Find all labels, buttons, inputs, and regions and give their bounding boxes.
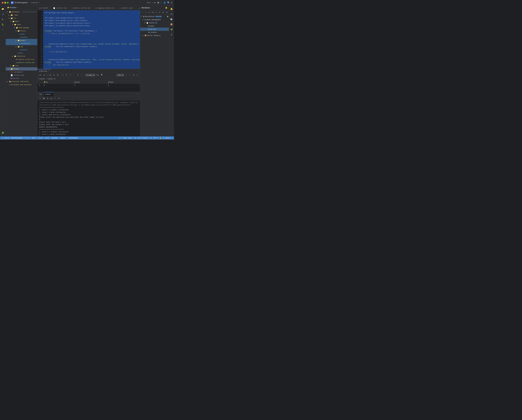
tree-item[interactable]: ▼📁sql <box>6 45 37 48</box>
terminal-icon[interactable]: m <box>169 32 174 37</box>
nav-last-btn[interactable]: ⏭ <box>56 73 59 77</box>
db-tree-item[interactable]: 🗃borrow <box>140 28 169 31</box>
bid-cell[interactable]: 2 <box>106 84 140 87</box>
tree-item[interactable]: ◇mybatis-config.xml <box>6 61 37 64</box>
tree-item[interactable]: ☕Student <box>6 36 37 39</box>
ddl-btn[interactable]: DDL <box>96 74 100 76</box>
terminal-stop-btn[interactable]: ⏹ <box>42 97 46 100</box>
tab-student[interactable]: 🗃student× <box>37 6 52 10</box>
tab-sqlutil[interactable]: ☕SqlUtil.java× <box>136 6 140 10</box>
plugins-icon[interactable]: 🧩 <box>0 131 5 135</box>
settings-icon[interactable]: ⚙ <box>171 1 172 4</box>
layout-icon[interactable]: ⊞ <box>132 73 135 77</box>
tree-item[interactable]: ☕Main <box>6 52 37 55</box>
close-icon[interactable]: × <box>48 70 49 72</box>
tab-logging[interactable]: ⚙logging.properties× <box>94 6 118 10</box>
tab-studentjava[interactable]: ☕Student.java× <box>118 6 136 10</box>
main-tab[interactable]: ▶ Main × <box>44 92 53 96</box>
tree-item[interactable]: ☕SqlUtil <box>6 48 37 52</box>
code-content[interactable]: ✓"kw">package book.manage.mapper;​"kw">i… <box>43 10 140 69</box>
tree-item[interactable]: ⚙logging.properties <box>6 58 37 61</box>
close-button[interactable] <box>2 2 3 4</box>
minimize-terminal-icon[interactable]: − <box>137 93 138 95</box>
db-tree-item[interactable]: ▼🗃book_management <box>140 18 169 21</box>
more-button[interactable]: ⋯ <box>161 1 162 4</box>
search-icon[interactable]: 🔍 <box>100 73 104 77</box>
db-settings-icon[interactable]: ⚙ <box>158 11 161 14</box>
download-btn[interactable]: ⬇ <box>124 73 128 77</box>
stop-button[interactable]: ⏹ <box>157 2 159 4</box>
gradle-icon[interactable]: 🐘 <box>169 17 174 22</box>
tree-item[interactable]: ▶📁test <box>6 64 37 67</box>
tabs-more-icon[interactable]: ⋯ <box>137 70 140 72</box>
db-localhost[interactable]: ▼🖥@localhost1 of 11 <box>140 15 169 18</box>
tree-item[interactable]: mpom.xml <box>6 77 37 80</box>
db-sync-btn[interactable]: ⇄ <box>148 11 151 14</box>
sid-cell[interactable]: 2 <box>72 84 106 87</box>
tree-item[interactable]: ✏Scratches and Consoles <box>6 83 37 86</box>
user-icon[interactable]: 👤 <box>163 1 166 4</box>
db-refresh-btn[interactable]: ↺ <box>144 11 147 14</box>
terminal-scroll-btn[interactable]: ⬇ <box>54 97 57 100</box>
tree-item[interactable]: ▶📁target <box>6 67 37 70</box>
more-icon[interactable]: ⋯ <box>136 93 137 95</box>
tab-mybatis[interactable]: ◇mybatis-config.xml× <box>70 6 94 10</box>
id-cell[interactable]: 3 <box>42 84 72 87</box>
db-tree-item[interactable]: ▼📋tables3 <box>140 21 169 24</box>
export-format[interactable]: CSV <box>116 74 124 76</box>
notifications-icon[interactable]: 🔔 <box>169 7 174 11</box>
terminal-content[interactable]: /Users/eve/Library/Java/JavaVirtualMachi… <box>37 100 140 136</box>
db-tree-item[interactable]: 🗃book <box>140 24 169 28</box>
db-tree-item[interactable]: ▶📦Server Objects <box>140 34 169 37</box>
db-icon[interactable]: 🗃 <box>169 12 174 16</box>
tree-item[interactable]: ☕BookMapper <box>6 42 37 45</box>
tree-item[interactable]: ▼📁BookManagment~/Desktop/Projects <box>6 10 37 14</box>
db-collapse-btn[interactable]: ◀ <box>165 11 168 14</box>
folder-icon[interactable]: 📁 <box>0 7 5 11</box>
run-config-icon[interactable]: ▶ <box>0 17 5 22</box>
maven-icon[interactable]: 📦 <box>169 22 174 27</box>
tree-item[interactable]: 🚫.gitignore <box>6 70 37 74</box>
db-tree-item[interactable]: 🗃student <box>140 31 169 34</box>
tree-item[interactable]: ▼📁entity <box>6 29 37 32</box>
minimize-button[interactable] <box>4 2 6 4</box>
paste-btn[interactable]: ⬇ <box>80 73 83 77</box>
tree-item[interactable]: ▶📚External Libraries <box>6 80 37 83</box>
branch-indicator[interactable]: ⎇ master ▾ <box>30 2 40 4</box>
tree-item[interactable]: ▼📁src <box>6 17 37 20</box>
refresh-btn[interactable]: ↺ <box>61 73 64 77</box>
tree-item[interactable]: ☕Book <box>6 32 37 36</box>
terminal-pause-btn[interactable]: ⏸ <box>46 97 49 100</box>
terminal-restart-btn[interactable]: ↺ <box>38 97 42 100</box>
add-row-btn[interactable]: + <box>69 73 72 77</box>
tab-close-icon[interactable]: × <box>67 7 68 9</box>
tree-item[interactable]: ▶📁.idea <box>6 14 37 17</box>
copy-btn[interactable]: ⎘ <box>76 73 79 77</box>
id-column-header[interactable]: 🔑id ÷ <box>42 81 72 84</box>
tab-close-icon[interactable]: × <box>91 7 92 9</box>
tree-item[interactable]: ▼📁mapper <box>6 39 37 42</box>
borrow-tab[interactable]: 🗃 borrow × <box>37 69 51 73</box>
db-expand-btn[interactable]: ⊞ <box>161 11 165 14</box>
terminal-settings-btn[interactable]: ⚙ <box>57 97 60 100</box>
order-by-filter[interactable]: ≡ ORDER BY <box>46 78 56 80</box>
main-tab-close[interactable]: × <box>51 94 52 95</box>
tree-item[interactable]: ▼📁book.manage <box>6 26 37 29</box>
db-notification-icon[interactable]: 🔔 <box>165 7 167 9</box>
db-schema-btn[interactable]: 🗃 <box>151 11 154 14</box>
db-filter-btn[interactable]: ≡ <box>154 11 158 14</box>
tree-item[interactable]: ▼📁java <box>6 23 37 26</box>
tree-item[interactable]: ▼📁main <box>6 20 37 23</box>
tree-item[interactable]: 📄console.log <box>6 74 37 77</box>
bid-column-header[interactable]: 🔗bid ÷ <box>106 81 140 84</box>
nav-first-btn[interactable]: ⏮ <box>38 73 42 77</box>
debug-icon[interactable]: 🐛 <box>0 22 5 27</box>
clock-icon[interactable]: ⏱ <box>65 73 68 77</box>
terminal-play-btn[interactable]: ▶ <box>50 97 53 100</box>
settings-icon[interactable]: ⚙ <box>136 73 139 77</box>
tree-item[interactable]: ▶📁resources <box>6 55 37 58</box>
search-icon[interactable]: 🔍 <box>167 1 170 4</box>
maximize-button[interactable] <box>7 2 9 4</box>
spring-icon[interactable]: 🌱 <box>169 27 174 32</box>
run-tab[interactable]: Run <box>38 92 44 96</box>
